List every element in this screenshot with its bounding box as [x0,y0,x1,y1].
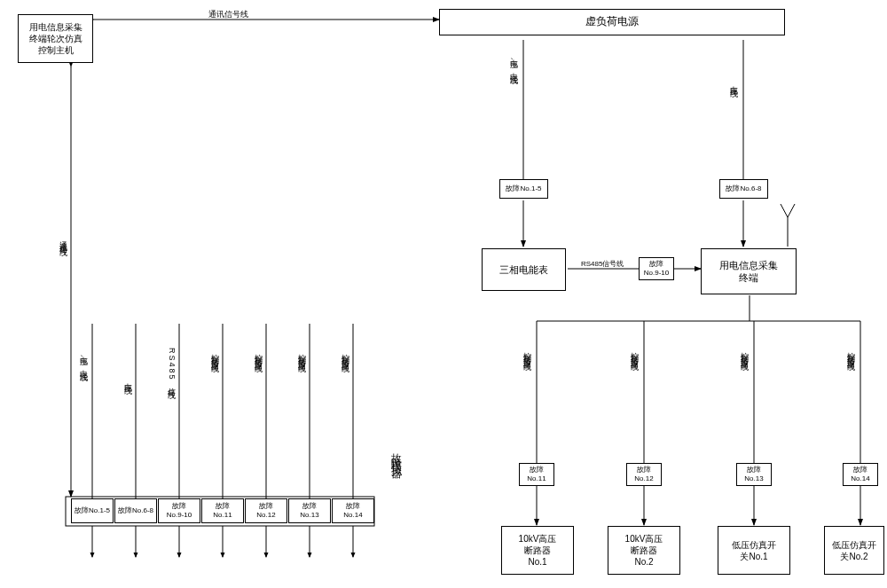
ctrl-out-3: 控制信号输出线 [739,346,750,358]
sim-col7-label: 控制信号输出线 [340,348,351,360]
fault-sim-14: 故障 No.14 [332,498,374,523]
fault-6-8-box: 故障No.6-8 [719,179,768,199]
sim-col2-label: 电压线 [122,377,134,382]
fault-sim-11: 故障 No.11 [201,498,244,523]
fault-1-5-box: 故障No.1-5 [499,179,548,199]
fault-sim-1-5: 故障No.1-5 [71,498,114,523]
breaker-10kv-1-box: 10kV高压 断路器 No.1 [501,526,574,575]
volt-line-label-1: 电压线 [728,80,740,85]
ctrl-out-2: 控制信号输出线 [629,346,640,358]
sim-col1-label: 电压、电流线 [78,350,90,369]
lv-switch-1-box: 低压仿真开 关No.1 [718,526,790,575]
sim-col5-label: 控制信号输出线 [253,348,264,360]
fault-simulator-label: 故障模拟器 [389,445,404,463]
lv-switch-2-box: 低压仿真开 关No.2 [824,526,884,575]
comm-line-label-top: 通讯信号线 [208,9,248,20]
collect-terminal-box: 用电信息采集 终端 [701,248,797,294]
volt-curr-label-1: 电压、电流线 [508,53,520,72]
sim-col6-label: 控制信号输出线 [296,348,308,360]
rs485-label: RS485信号线 [581,259,624,269]
control-host-box: 用电信息采集 终端轮次仿真 控制主机 [18,14,93,63]
fault-sim-9-10: 故障 No.9-10 [158,498,200,523]
fault-sim-12: 故障 No.12 [245,498,287,523]
fault-sim-6-8: 故障No.6-8 [114,498,157,523]
fault-sim-13: 故障 No.13 [288,498,331,523]
three-phase-meter-box: 三相电能表 [482,248,566,291]
fault-14-box: 故障 No.14 [843,463,878,486]
fault-11-box: 故障 No.11 [519,463,554,486]
sim-col3-label: RS485信号线 [166,348,177,387]
virtual-load-box: 虚负荷电源 [439,9,785,35]
fault-12-box: 故障 No.12 [626,463,662,486]
sim-col4-label: 控制信号输出线 [209,348,221,360]
fault-9-10-box: 故障 No.9-10 [639,257,674,280]
breaker-10kv-2-box: 10kV高压 断路器 No.2 [608,526,680,575]
fault-13-box: 故障 No.13 [736,463,772,486]
ctrl-out-1: 控制信号输出线 [522,346,533,358]
comm-line-label-left: 通讯信号线 [58,235,69,244]
ctrl-out-4: 控制信号输出线 [845,346,857,358]
